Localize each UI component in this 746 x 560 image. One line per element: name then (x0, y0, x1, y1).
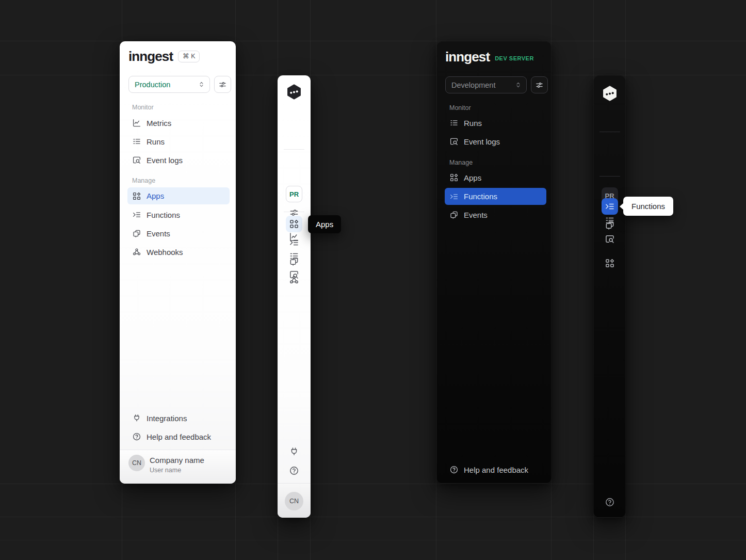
grid-line (0, 75, 746, 75)
apps-grid-icon-active[interactable] (286, 216, 302, 232)
document-search-icon (449, 137, 459, 146)
help-circle-icon (132, 432, 141, 441)
canvas: inngest ⌘ K Production Monitor Metrics (0, 0, 746, 560)
command-k-shortcut-badge: ⌘ K (178, 51, 200, 62)
sliders-icon (218, 80, 227, 89)
nav-item-events[interactable]: Events (437, 205, 551, 224)
function-list-icon[interactable] (289, 237, 299, 248)
nav-item-apps[interactable]: Apps (437, 168, 551, 187)
chevrons-up-down-icon (514, 81, 522, 89)
events-windows-icon (132, 229, 141, 238)
environment-select[interactable]: Production (128, 76, 210, 93)
sidebar-dark-collapsed: PR (593, 75, 626, 518)
nav-item-functions[interactable]: Functions (120, 205, 236, 224)
nav-item-label: Events (464, 211, 488, 219)
divider (284, 149, 304, 150)
inngest-logo: inngest (445, 50, 490, 63)
document-search-icon (132, 155, 141, 165)
environment-select-value: Development (451, 81, 495, 89)
divider (599, 176, 620, 177)
tooltip-apps: Apps (308, 215, 341, 233)
tooltip-label: Functions (631, 202, 665, 211)
sidebar-light-expanded: inngest ⌘ K Production Monitor Metrics (120, 41, 236, 484)
nav-item-event-logs[interactable]: Event logs (120, 151, 236, 169)
grid-line (0, 517, 746, 517)
nav-item-functions-active[interactable]: Functions (445, 188, 546, 205)
grid-line (0, 41, 746, 41)
tooltip-arrow (620, 203, 624, 210)
inngest-logo-mark[interactable] (286, 84, 302, 100)
plug-icon[interactable] (289, 446, 299, 457)
divider (284, 212, 304, 212)
nav-item-label: Help and feedback (147, 433, 211, 441)
nav-item-help-feedback[interactable]: Help and feedback (437, 460, 551, 479)
tooltip-label: Apps (316, 220, 333, 229)
nav-item-event-logs[interactable]: Event logs (437, 132, 551, 151)
account-section-collapsed[interactable]: CN (278, 483, 311, 518)
nav-item-label: Webhooks (147, 248, 183, 257)
nav-item-label: Events (147, 229, 170, 238)
function-list-icon-active[interactable] (602, 198, 618, 215)
document-search-icon[interactable] (605, 234, 615, 244)
company-name: Company name (150, 456, 204, 465)
nav-item-help-feedback[interactable]: Help and feedback (120, 427, 236, 446)
nav-item-label: Event logs (464, 137, 500, 146)
section-label-manage: Manage (132, 177, 155, 185)
environment-select-value: Production (135, 81, 170, 89)
inngest-logo-mark[interactable] (602, 85, 618, 102)
nav-item-runs[interactable]: Runs (120, 132, 236, 151)
tooltip-functions: Functions (623, 197, 673, 216)
webhook-icon[interactable] (289, 275, 299, 285)
help-circle-icon[interactable] (605, 497, 615, 507)
nav-item-apps-active[interactable]: Apps (127, 187, 230, 204)
nav-item-label: Runs (464, 119, 482, 127)
function-list-icon (132, 210, 141, 219)
env-filter-button[interactable] (531, 76, 548, 93)
webhook-icon (132, 247, 141, 257)
nav-item-events[interactable]: Events (120, 224, 236, 243)
section-label-monitor: Monitor (449, 104, 471, 112)
plug-icon (132, 413, 141, 423)
help-circle-icon (449, 465, 459, 474)
inngest-logo: inngest (128, 50, 173, 63)
function-list-icon (449, 192, 459, 201)
nav-item-integrations[interactable]: Integrations (120, 409, 236, 427)
nav-item-label: Functions (464, 192, 497, 201)
nav-item-label: Apps (464, 173, 481, 182)
apps-grid-icon[interactable] (605, 258, 615, 268)
dev-server-tag: DEV SERVER (495, 55, 534, 61)
run-list-icon (449, 118, 459, 127)
help-circle-icon[interactable] (289, 466, 299, 476)
nav-item-label: Apps (147, 191, 164, 200)
grid-line (0, 540, 746, 540)
user-name: User name (150, 467, 181, 474)
nav-item-label: Help and feedback (464, 466, 528, 474)
events-windows-icon (449, 210, 459, 219)
nav-item-label: Runs (147, 137, 165, 146)
nav-item-label: Metrics (147, 119, 171, 127)
section-label-monitor: Monitor (132, 104, 154, 111)
divider (599, 132, 620, 132)
avatar: CN (128, 455, 145, 471)
environment-badge[interactable]: PR (286, 186, 302, 202)
apps-grid-icon (449, 173, 459, 182)
events-windows-icon[interactable] (289, 256, 299, 266)
environment-select[interactable]: Development (445, 76, 527, 93)
env-filter-button[interactable] (214, 76, 231, 93)
avatar: CN (285, 492, 303, 510)
chevrons-up-down-icon (198, 81, 205, 88)
brand-row: inngest DEV SERVER (445, 50, 534, 63)
brand-row: inngest ⌘ K (128, 50, 200, 63)
sidebar-dark-expanded: inngest DEV SERVER Development Monitor R… (436, 41, 552, 484)
nav-item-webhooks[interactable]: Webhooks (120, 243, 236, 261)
nav-item-label: Functions (147, 211, 180, 219)
nav-item-metrics[interactable]: Metrics (120, 114, 236, 132)
events-windows-icon[interactable] (605, 220, 615, 230)
account-section[interactable]: CN Company name User name (120, 450, 236, 484)
sliders-icon (535, 81, 544, 89)
environment-row: Production (128, 76, 231, 93)
run-list-icon (132, 137, 141, 146)
sidebar-light-collapsed: PR CN (278, 75, 311, 518)
nav-item-runs[interactable]: Runs (437, 114, 551, 132)
nav-item-label: Integrations (147, 414, 187, 423)
